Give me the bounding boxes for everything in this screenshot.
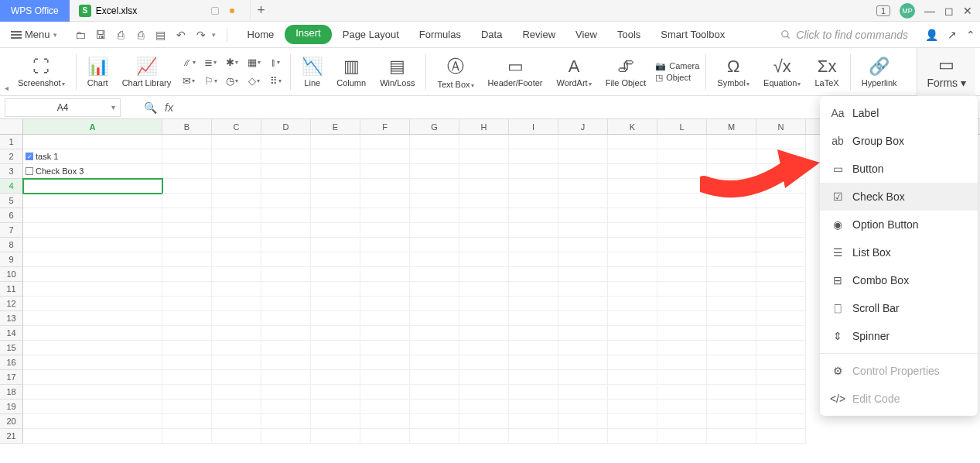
row-header[interactable]: 6 bbox=[0, 208, 23, 223]
cell[interactable] bbox=[459, 341, 509, 355]
sparkline-winloss-button[interactable]: ▤Win/Loss bbox=[375, 51, 419, 93]
cell[interactable] bbox=[509, 164, 558, 179]
cell[interactable] bbox=[410, 297, 459, 311]
chart-button[interactable]: 📊Chart bbox=[83, 51, 113, 93]
cell[interactable] bbox=[23, 400, 162, 414]
cell[interactable] bbox=[360, 179, 410, 194]
cell[interactable] bbox=[558, 429, 608, 444]
cell[interactable] bbox=[311, 252, 360, 267]
cell[interactable] bbox=[657, 341, 707, 355]
cell[interactable] bbox=[360, 208, 410, 223]
cell[interactable] bbox=[212, 179, 261, 194]
cell[interactable] bbox=[261, 282, 311, 297]
cell[interactable] bbox=[410, 238, 459, 252]
cell[interactable] bbox=[657, 135, 707, 149]
cell[interactable] bbox=[311, 267, 360, 282]
column-header-A[interactable]: A bbox=[23, 119, 162, 134]
cell[interactable] bbox=[360, 252, 410, 267]
cell[interactable] bbox=[212, 194, 261, 208]
cell[interactable] bbox=[509, 385, 558, 400]
forms-menu-scroll-bar[interactable]: ⎕Scroll Bar bbox=[820, 294, 978, 322]
cell[interactable] bbox=[608, 429, 657, 444]
menu-button[interactable]: Menu ▾ bbox=[5, 26, 63, 43]
command-search[interactable]: Click to find commands bbox=[780, 29, 908, 41]
cell[interactable] bbox=[608, 385, 657, 400]
cell[interactable] bbox=[311, 370, 360, 385]
cell[interactable] bbox=[657, 252, 707, 267]
cell[interactable] bbox=[311, 223, 360, 238]
cell[interactable] bbox=[261, 135, 311, 149]
cell[interactable] bbox=[212, 282, 261, 297]
save-as-icon[interactable]: ⎙ bbox=[111, 26, 130, 44]
cell[interactable] bbox=[707, 208, 756, 223]
cell[interactable] bbox=[756, 252, 806, 267]
user-icon[interactable]: 👤 bbox=[925, 29, 938, 41]
cell[interactable] bbox=[360, 164, 410, 179]
cell[interactable] bbox=[23, 223, 162, 238]
cell[interactable] bbox=[558, 400, 608, 414]
cell[interactable] bbox=[707, 355, 756, 370]
cell[interactable] bbox=[410, 429, 459, 444]
cell[interactable] bbox=[459, 179, 509, 194]
row-header[interactable]: 21 bbox=[0, 429, 23, 444]
cell[interactable] bbox=[162, 135, 212, 149]
cell[interactable] bbox=[657, 267, 707, 282]
column-header-K[interactable]: K bbox=[608, 119, 657, 134]
cell[interactable] bbox=[212, 311, 261, 326]
column-header-L[interactable]: L bbox=[657, 119, 707, 134]
cell[interactable] bbox=[558, 238, 608, 252]
column-header-N[interactable]: N bbox=[756, 119, 806, 134]
cell[interactable] bbox=[509, 179, 558, 194]
cell[interactable] bbox=[608, 252, 657, 267]
cell[interactable] bbox=[459, 252, 509, 267]
cell[interactable] bbox=[23, 297, 162, 311]
cell[interactable] bbox=[410, 223, 459, 238]
cell[interactable] bbox=[509, 400, 558, 414]
checkbox-control[interactable]: ✓ bbox=[26, 153, 33, 160]
cell[interactable] bbox=[558, 194, 608, 208]
cell[interactable] bbox=[459, 223, 509, 238]
cell[interactable] bbox=[608, 179, 657, 194]
cell[interactable] bbox=[756, 355, 806, 370]
column-header-J[interactable]: J bbox=[558, 119, 608, 134]
column-header-G[interactable]: G bbox=[410, 119, 459, 134]
cell[interactable] bbox=[558, 267, 608, 282]
cell[interactable] bbox=[410, 194, 459, 208]
row-header[interactable]: 9 bbox=[0, 252, 23, 267]
cell[interactable] bbox=[707, 370, 756, 385]
cell[interactable] bbox=[707, 429, 756, 444]
row-header[interactable]: 16 bbox=[0, 355, 23, 370]
cell[interactable] bbox=[410, 326, 459, 341]
cell[interactable] bbox=[608, 400, 657, 414]
cell[interactable] bbox=[608, 370, 657, 385]
cell[interactable] bbox=[162, 223, 212, 238]
cell[interactable] bbox=[162, 282, 212, 297]
cell[interactable] bbox=[657, 400, 707, 414]
share-icon[interactable]: ↗ bbox=[948, 29, 957, 41]
hyperlink-button[interactable]: 🔗Hyperlink bbox=[857, 51, 902, 93]
cell[interactable] bbox=[558, 326, 608, 341]
column-header-I[interactable]: I bbox=[509, 119, 558, 134]
cell[interactable] bbox=[162, 149, 212, 164]
cell[interactable] bbox=[509, 238, 558, 252]
row-header[interactable]: 14 bbox=[0, 326, 23, 341]
cell[interactable] bbox=[459, 194, 509, 208]
cell[interactable] bbox=[162, 179, 212, 194]
cell[interactable] bbox=[608, 311, 657, 326]
cell[interactable] bbox=[360, 194, 410, 208]
cell[interactable] bbox=[756, 179, 806, 194]
cell[interactable] bbox=[707, 267, 756, 282]
cell[interactable] bbox=[558, 164, 608, 179]
cell[interactable] bbox=[509, 135, 558, 149]
cell[interactable] bbox=[162, 267, 212, 282]
cell[interactable] bbox=[707, 149, 756, 164]
mini-time-icon[interactable]: ◷ bbox=[224, 73, 241, 90]
column-header-E[interactable]: E bbox=[311, 119, 360, 134]
cell[interactable] bbox=[756, 297, 806, 311]
camera-button[interactable]: 📷Camera bbox=[655, 61, 699, 71]
cell[interactable] bbox=[261, 311, 311, 326]
cell[interactable] bbox=[360, 326, 410, 341]
cell[interactable] bbox=[657, 385, 707, 400]
cell[interactable] bbox=[657, 282, 707, 297]
cell[interactable] bbox=[23, 414, 162, 429]
